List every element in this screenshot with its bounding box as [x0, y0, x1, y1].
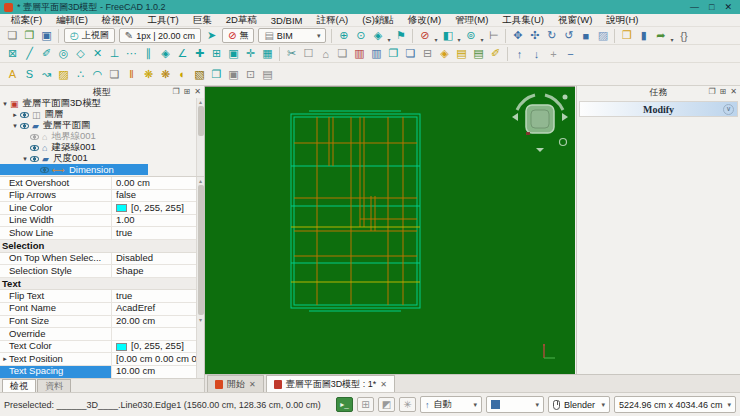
gear-set-icon[interactable]: ❋: [140, 66, 157, 83]
property-row-text-position[interactable]: ▸Text Position[0.00 cm 0.00 cm 0.00 cm]: [0, 353, 204, 366]
hatch-circle-icon[interactable]: ◐: [174, 66, 191, 83]
transform-icon[interactable]: ✣: [526, 27, 543, 44]
panel-icon[interactable]: ❐: [208, 66, 225, 83]
property-value-line-color[interactable]: [0, 255, 255]: [112, 202, 204, 214]
nav-down-arrow[interactable]: [536, 148, 544, 152]
tab-close-icon[interactable]: ✕: [380, 380, 387, 389]
tree-item-document[interactable]: ▾▣壹層平面圖3D模型: [0, 98, 204, 109]
spreadsheet-icon[interactable]: ▤: [453, 45, 470, 62]
menu-annotation[interactable]: 註釋(A): [309, 14, 355, 27]
visibility-eye-icon[interactable]: [30, 134, 39, 140]
menu-file[interactable]: 檔案(F): [4, 14, 49, 27]
menu-manage[interactable]: 管理(M): [448, 14, 495, 27]
add-icon[interactable]: +: [545, 45, 562, 62]
property-row-font-name[interactable]: Font NameAcadEref: [0, 303, 204, 316]
property-value-font-name[interactable]: AcadEref: [112, 303, 204, 315]
autogroup-button[interactable]: ⊘無: [222, 28, 254, 43]
menu-tools[interactable]: 工具(T): [140, 14, 185, 27]
collapse-section-icon[interactable]: ∨: [723, 104, 734, 115]
scroll-up-icon[interactable]: ▴: [199, 98, 202, 105]
tree-scrollbar[interactable]: ▴: [196, 98, 204, 176]
property-value-override[interactable]: [112, 328, 204, 340]
box-primitive-icon[interactable]: ■: [577, 27, 594, 44]
sheet-blue-icon[interactable]: ❏: [402, 45, 419, 62]
move-up-icon[interactable]: ↑: [511, 45, 528, 62]
open-file-button[interactable]: ❐: [21, 27, 38, 44]
menu-3d-bim[interactable]: 3D/BIM: [264, 15, 310, 26]
top-view-button[interactable]: ◴上視圖: [64, 28, 115, 43]
clip-plane-icon[interactable]: ⊘▾: [416, 27, 433, 44]
expression-braces-icon[interactable]: {}: [675, 27, 692, 44]
grid-indicator[interactable]: ⊞: [357, 397, 374, 412]
property-scrollbar[interactable]: ▴ ▾: [196, 177, 204, 378]
property-value-flip-text[interactable]: true: [112, 290, 204, 302]
tab-close-icon[interactable]: ✕: [249, 380, 256, 389]
snap-status-indicator[interactable]: ✳: [399, 397, 416, 412]
zoom-in-icon[interactable]: ⊕: [335, 27, 352, 44]
tree-expander-icon[interactable]: ▸: [10, 111, 20, 119]
visibility-eye-icon[interactable]: [30, 145, 39, 151]
snap-extension-icon[interactable]: ⋯: [123, 45, 140, 62]
console-indicator[interactable]: ▸_: [336, 397, 353, 412]
property-value-show-line[interactable]: true: [112, 227, 204, 239]
select-arrow-tool[interactable]: ➤: [203, 27, 220, 44]
view-properties-tab[interactable]: 檢視: [2, 379, 36, 392]
remove-icon[interactable]: −: [562, 45, 579, 62]
menu-view[interactable]: 檢視(V): [95, 14, 141, 27]
zoom-fit-icon[interactable]: ⊙: [352, 27, 369, 44]
draw-style-indicator[interactable]: ◩: [378, 397, 395, 412]
modify-section-header[interactable]: Modify ∨: [579, 101, 738, 117]
project-icon[interactable]: ⌂: [317, 45, 334, 62]
property-value-flip-arrows[interactable]: false: [112, 190, 204, 202]
zoom-tools-icon[interactable]: ⊚▾: [462, 27, 479, 44]
task-overlay-button[interactable]: ⊞: [720, 87, 727, 97]
axonometric-view-icon[interactable]: ◧▾: [439, 27, 456, 44]
property-expander-icon[interactable]: ▸: [1, 353, 9, 365]
active-layer-selector[interactable]: ▾: [486, 396, 544, 413]
document-icon[interactable]: ❏: [334, 45, 351, 62]
rotate-icon[interactable]: ↻: [543, 27, 560, 44]
tree-expander-icon[interactable]: ▾: [0, 100, 10, 108]
snap-near-icon[interactable]: ▣: [225, 45, 242, 62]
label-icon[interactable]: ❏: [106, 66, 123, 83]
report-icon[interactable]: ▤: [470, 45, 487, 62]
scroll-up-icon[interactable]: ▴: [199, 177, 202, 184]
property-value-line-width[interactable]: 1.00: [112, 215, 204, 227]
export-icon[interactable]: ➦▾: [652, 27, 669, 44]
text-annotation-icon[interactable]: A: [4, 66, 21, 83]
point-array-icon[interactable]: ∴: [72, 66, 89, 83]
menu-modify[interactable]: 修改(M): [401, 14, 448, 27]
snap-dimensions-icon[interactable]: ▦: [259, 45, 276, 62]
task-close-button[interactable]: ✕: [730, 87, 737, 97]
visibility-eye-icon[interactable]: [20, 112, 29, 118]
property-row-on-top-when-selected[interactable]: On Top When Selec...Disabled: [0, 253, 204, 266]
snap-passive-icon[interactable]: ◇: [72, 45, 89, 62]
property-row-line-width[interactable]: Line Width1.00: [0, 215, 204, 228]
frame-icon[interactable]: ☐: [300, 45, 317, 62]
panel-float-button[interactable]: ❐: [172, 87, 179, 97]
property-row-show-line[interactable]: Show Linetrue: [0, 227, 204, 240]
tree-item-dimension-group[interactable]: ▾▰尺度001: [0, 153, 204, 164]
scroll-down-icon[interactable]: ▾: [199, 316, 202, 323]
menu-windows[interactable]: 視窗(W): [551, 14, 599, 27]
move-icon[interactable]: ✥: [509, 27, 526, 44]
property-row-text-color[interactable]: Text Color[0, 255, 255]: [0, 341, 204, 354]
property-row-text-spacing[interactable]: Text Spacing10.00 cm: [0, 366, 204, 378]
property-value-text-position[interactable]: [0.00 cm 0.00 cm 0.00 cm]: [112, 353, 204, 365]
view-frame-icon[interactable]: ▣: [225, 66, 242, 83]
maximize-button[interactable]: □: [709, 1, 714, 13]
menu-help[interactable]: 說明(H): [599, 14, 645, 27]
box-element-icon[interactable]: ▨: [594, 27, 611, 44]
tree-item-dimension[interactable]: ⟷Dimension: [0, 164, 204, 175]
menu-2d-draft[interactable]: 2D草稿: [219, 14, 264, 27]
close-button[interactable]: ✕: [724, 1, 732, 13]
document-tab[interactable]: 壹層平面圖3D模型 : 1*✕: [266, 375, 395, 392]
hazard-icon[interactable]: ▧: [191, 66, 208, 83]
menu-edit[interactable]: 編輯(E): [49, 14, 95, 27]
snap-special-icon[interactable]: ✚: [191, 45, 208, 62]
schedule-icon[interactable]: ▥: [368, 45, 385, 62]
new-file-button[interactable]: ❏: [4, 27, 21, 44]
task-float-button[interactable]: ❐: [708, 87, 715, 97]
nav-left-arrow[interactable]: [512, 113, 518, 121]
arc-icon[interactable]: ◠: [89, 66, 106, 83]
